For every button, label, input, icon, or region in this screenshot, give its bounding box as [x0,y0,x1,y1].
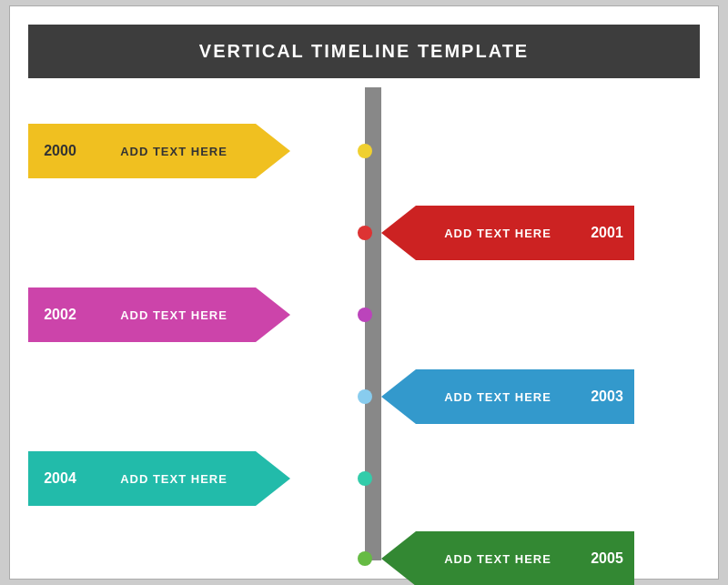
timeline-row: 2000 ADD TEXT HERE [28,115,700,187]
text-box-2000: ADD TEXT HERE [92,124,256,178]
timeline-row: 2002 ADD TEXT HERE [28,278,700,351]
page-title: VERTICAL TIMELINE TEMPLATE [28,25,700,78]
arrow-right-2004 [256,451,290,506]
dot-2002 [358,308,372,322]
text-box-2001: ADD TEXT HERE [416,206,580,260]
timeline-row: 2004 ADD TEXT HERE [28,442,700,515]
dot-2004 [358,471,372,486]
text-box-2003: ADD TEXT HERE [416,369,580,424]
arrow-left-2001 [381,206,416,260]
timeline-row: ADD TEXT HERE 2003 [28,360,700,433]
center-line [365,87,381,560]
arrow-right-2002 [256,287,290,342]
year-box-2002: 2002 [28,287,92,342]
arrow-left-2003 [381,369,416,424]
text-box-2002: ADD TEXT HERE [92,287,256,342]
left-item-2000: 2000 ADD TEXT HERE [28,124,290,178]
year-box-2000: 2000 [28,124,92,178]
right-item-2003: ADD TEXT HERE 2003 [381,369,634,424]
dot-2003 [358,389,372,404]
text-box-2005: ADD TEXT HERE [416,531,580,585]
right-item-2005: ADD TEXT HERE 2005 [381,531,634,585]
dot-2001 [358,226,372,240]
page: VERTICAL TIMELINE TEMPLATE 2000 ADD TEXT… [9,5,719,580]
text-box-2004: ADD TEXT HERE [92,451,256,506]
dot-2005 [358,551,372,566]
arrow-right-2000 [256,124,290,178]
year-box-2005: 2005 [580,531,634,585]
dot-2000 [358,144,372,158]
year-box-2004: 2004 [28,451,92,506]
year-box-2003: 2003 [580,369,634,424]
right-item-2001: ADD TEXT HERE 2001 [381,206,634,260]
arrow-left-2005 [381,531,416,585]
left-item-2004: 2004 ADD TEXT HERE [28,451,290,506]
timeline-row: ADD TEXT HERE 2005 [28,522,700,585]
year-box-2001: 2001 [580,206,634,260]
timeline-row: ADD TEXT HERE 2001 [28,197,700,269]
timeline-area: 2000 ADD TEXT HERE ADD TEXT HERE 2001 [28,87,700,560]
left-item-2002: 2002 ADD TEXT HERE [28,287,290,342]
